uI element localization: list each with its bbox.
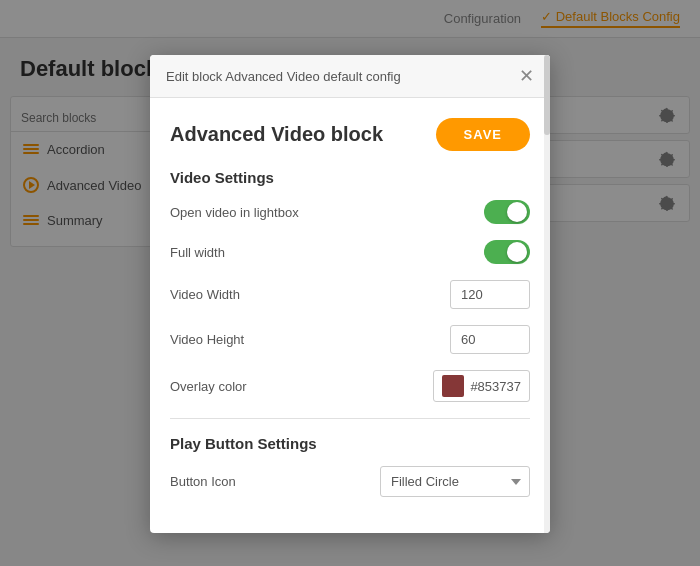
modal-body: Advanced Video block SAVE Video Settings… [150, 98, 550, 533]
video-height-row: Video Height [170, 325, 530, 354]
modal-block-title: Advanced Video block [170, 123, 383, 146]
open-lightbox-toggle[interactable] [484, 200, 530, 224]
background-page: Configuration ✓ Default Blocks Config De… [0, 0, 700, 566]
video-height-label: Video Height [170, 332, 244, 347]
modal-overlay: Edit block Advanced Video default config… [0, 0, 700, 566]
overlay-color-label: Overlay color [170, 379, 247, 394]
save-button[interactable]: SAVE [436, 118, 530, 151]
color-swatch [442, 375, 464, 397]
overlay-color-picker[interactable]: #853737 [433, 370, 530, 402]
open-lightbox-row: Open video in lightbox [170, 200, 530, 224]
video-width-label: Video Width [170, 287, 240, 302]
scrollbar-thumb[interactable] [544, 55, 550, 135]
button-icon-select[interactable]: Filled Circle Outline Circle Square [380, 466, 530, 497]
play-button-title: Play Button Settings [170, 435, 530, 452]
scrollbar-track [544, 55, 550, 533]
open-lightbox-label: Open video in lightbox [170, 205, 299, 220]
section-divider [170, 418, 530, 419]
video-width-row: Video Width [170, 280, 530, 309]
modal-header: Edit block Advanced Video default config… [150, 55, 550, 98]
modal-dialog: Edit block Advanced Video default config… [150, 55, 550, 533]
overlay-color-row: Overlay color #853737 [170, 370, 530, 402]
modal-top-row: Advanced Video block SAVE [170, 118, 530, 151]
modal-close-button[interactable]: ✕ [519, 67, 534, 85]
full-width-toggle[interactable] [484, 240, 530, 264]
button-icon-label: Button Icon [170, 474, 236, 489]
button-icon-row: Button Icon Filled Circle Outline Circle… [170, 466, 530, 497]
full-width-row: Full width [170, 240, 530, 264]
modal-header-title: Edit block Advanced Video default config [166, 69, 401, 84]
video-settings-title: Video Settings [170, 169, 530, 186]
color-value: #853737 [470, 379, 521, 394]
video-height-input[interactable] [450, 325, 530, 354]
full-width-label: Full width [170, 245, 225, 260]
video-width-input[interactable] [450, 280, 530, 309]
